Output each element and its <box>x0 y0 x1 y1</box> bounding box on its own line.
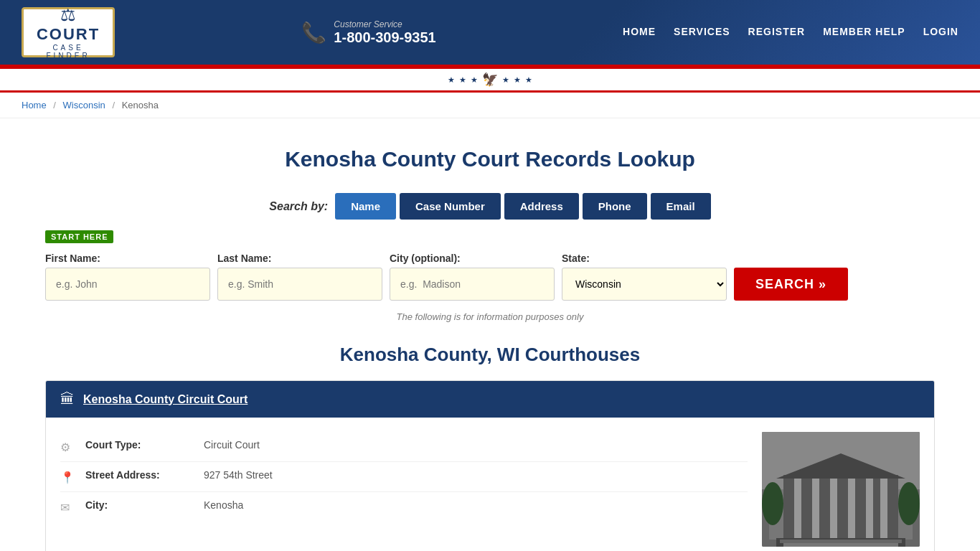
logo-area: ⚖ COURT CASE FINDER <box>22 7 115 57</box>
city-row: ✉ City: Kenosha <box>60 492 748 522</box>
city-detail-value: Kenosha <box>204 499 243 511</box>
cs-text: Customer Service 1-800-309-9351 <box>334 19 435 46</box>
tab-address[interactable]: Address <box>504 193 579 220</box>
star-left-2: ★ <box>459 75 466 85</box>
customer-service: 📞 Customer Service 1-800-309-9351 <box>301 19 435 46</box>
tab-phone[interactable]: Phone <box>583 193 647 220</box>
nav-menu: HOME SERVICES REGISTER MEMBER HELP LOGIN <box>623 26 958 39</box>
star-right-1: ★ <box>502 75 509 85</box>
street-address-row: 📍 Street Address: 927 54th Street <box>60 462 748 492</box>
location-icon: 📍 <box>60 471 75 484</box>
tab-email[interactable]: Email <box>651 193 711 220</box>
breadcrumb-sep-2: / <box>112 100 115 110</box>
courthouse-name-link[interactable]: Kenosha County Circuit Court <box>83 393 248 406</box>
nav-login[interactable]: LOGIN <box>923 26 958 39</box>
eagle-icon: 🦅 <box>482 72 498 88</box>
city-label: City (optional): <box>390 253 555 264</box>
city-group: City (optional): <box>390 253 555 301</box>
tab-name[interactable]: Name <box>335 193 396 220</box>
courthouses-title: Kenosha County, WI Courthouses <box>45 344 935 366</box>
svg-point-15 <box>898 482 920 525</box>
breadcrumb-county: Kenosha <box>122 100 159 110</box>
court-type-value: Circuit Court <box>204 439 260 451</box>
state-label: State: <box>562 253 727 264</box>
courthouse-card: 🏛 Kenosha County Circuit Court ⚙ Court T… <box>45 380 935 551</box>
breadcrumb-sep-1: / <box>53 100 56 110</box>
star-left-1: ★ <box>448 75 455 85</box>
search-by-row: Search by: Name Case Number Address Phon… <box>45 193 935 220</box>
cs-phone: 1-800-309-9351 <box>334 29 435 46</box>
cs-label: Customer Service <box>334 19 435 29</box>
svg-rect-12 <box>780 540 902 543</box>
svg-rect-5 <box>812 479 819 543</box>
breadcrumb-home[interactable]: Home <box>22 100 47 110</box>
start-here-badge: START HERE <box>45 230 935 249</box>
courthouse-image <box>762 432 920 547</box>
svg-rect-8 <box>866 479 873 543</box>
star-right-3: ★ <box>525 75 532 85</box>
street-label: Street Address: <box>85 469 193 481</box>
nav-home[interactable]: HOME <box>623 26 656 39</box>
main-content: Kenosha County Court Records Lookup Sear… <box>24 118 956 551</box>
court-type-icon: ⚙ <box>60 441 75 454</box>
courthouse-icon: 🏛 <box>60 391 75 408</box>
star-right-2: ★ <box>514 75 521 85</box>
search-fields: First Name: Last Name: City (optional): … <box>45 253 935 301</box>
city-input[interactable] <box>390 268 555 301</box>
court-type-label: Court Type: <box>85 439 193 451</box>
city-icon: ✉ <box>60 501 75 514</box>
last-name-label: Last Name: <box>217 253 382 264</box>
svg-rect-6 <box>830 479 837 543</box>
first-name-label: First Name: <box>45 253 210 264</box>
first-name-group: First Name: <box>45 253 210 301</box>
logo-case-text: CASE <box>52 44 83 52</box>
nav-services[interactable]: SERVICES <box>674 26 730 39</box>
logo-court-text: COURT <box>37 25 100 44</box>
logo-finder-text: FINDER <box>46 52 90 60</box>
logo-text: COURT CASE FINDER <box>37 25 100 60</box>
svg-rect-4 <box>794 479 801 543</box>
search-section: Search by: Name Case Number Address Phon… <box>45 193 935 322</box>
search-button[interactable]: SEARCH » <box>734 268 848 301</box>
svg-rect-7 <box>848 479 855 543</box>
star-left-3: ★ <box>471 75 478 85</box>
city-detail-label: City: <box>85 499 193 511</box>
street-value: 927 54th Street <box>204 469 273 481</box>
eagle-bar: ★ ★ ★ 🦅 ★ ★ ★ <box>0 69 980 90</box>
state-select[interactable]: Wisconsin Alabama Alaska Arizona Califor… <box>562 268 727 301</box>
nav-member-help[interactable]: MEMBER HELP <box>823 26 905 39</box>
court-type-row: ⚙ Court Type: Circuit Court <box>60 432 748 462</box>
svg-rect-9 <box>880 479 887 543</box>
phone-icon: 📞 <box>301 21 326 44</box>
last-name-input[interactable] <box>217 268 382 301</box>
tab-case-number[interactable]: Case Number <box>400 193 501 220</box>
svg-point-14 <box>762 482 783 525</box>
page-title: Kenosha County Court Records Lookup <box>45 147 935 171</box>
site-header: ⚖ COURT CASE FINDER 📞 Customer Service 1… <box>0 0 980 65</box>
svg-rect-13 <box>783 543 898 547</box>
info-note: The following is for information purpose… <box>45 311 935 322</box>
courthouse-card-header: 🏛 Kenosha County Circuit Court <box>46 381 934 418</box>
breadcrumb-state[interactable]: Wisconsin <box>63 100 105 110</box>
courthouse-body: ⚙ Court Type: Circuit Court 📍 Street Add… <box>46 418 934 551</box>
breadcrumb: Home / Wisconsin / Kenosha <box>0 93 980 118</box>
last-name-group: Last Name: <box>217 253 382 301</box>
first-name-input[interactable] <box>45 268 210 301</box>
logo-box: ⚖ COURT CASE FINDER <box>22 7 115 57</box>
courthouse-details: ⚙ Court Type: Circuit Court 📍 Street Add… <box>60 432 748 547</box>
court-icon: ⚖ <box>60 5 76 25</box>
state-group: State: Wisconsin Alabama Alaska Arizona … <box>562 253 727 301</box>
nav-register[interactable]: REGISTER <box>748 26 806 39</box>
search-by-label: Search by: <box>269 200 328 213</box>
